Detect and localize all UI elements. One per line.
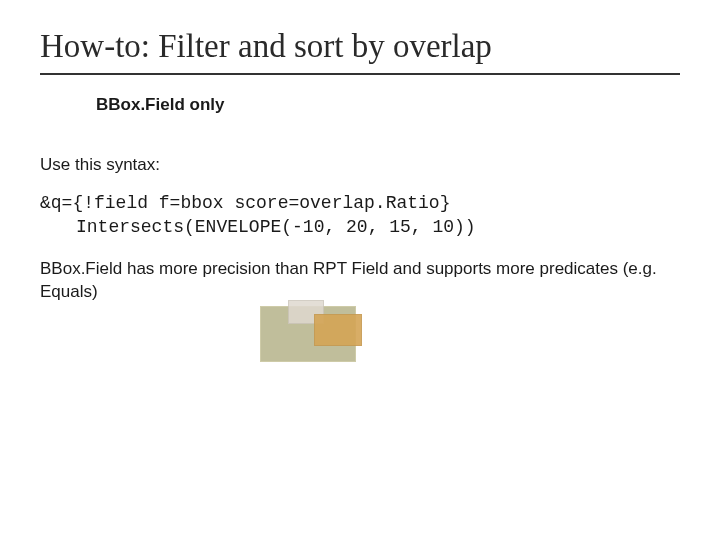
code-line-2: Intersects(ENVELOPE(-10, 20, 15, 10)) — [40, 215, 680, 239]
slide: How-to: Filter and sort by overlap BBox.… — [0, 0, 720, 540]
precision-text: BBox.Field has more precision than RPT F… — [40, 258, 660, 304]
code-line-1: &q={!field f=bbox score=overlap.Ratio} — [40, 193, 450, 213]
subtitle: BBox.Field only — [96, 95, 680, 115]
intro-text: Use this syntax: — [40, 155, 680, 175]
bbox-rect-small — [314, 314, 362, 346]
code-block: &q={!field f=bbox score=overlap.Ratio} I… — [40, 191, 680, 240]
slide-title: How-to: Filter and sort by overlap — [40, 28, 680, 65]
overlap-illustration — [260, 300, 380, 370]
title-underline — [40, 73, 680, 75]
